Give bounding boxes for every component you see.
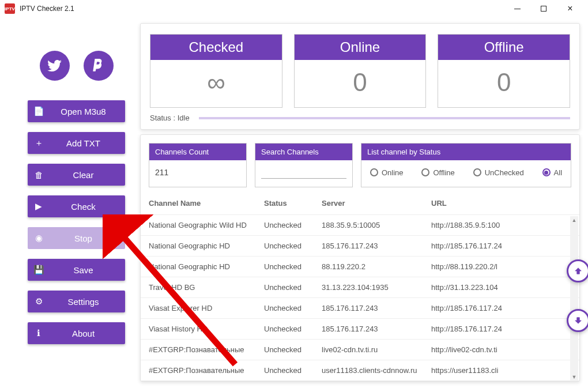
radio-unchecked[interactable]: UnChecked bbox=[473, 168, 524, 177]
info-icon: ℹ bbox=[28, 328, 50, 338]
scroll-bottom-button[interactable] bbox=[567, 309, 588, 332]
table-row[interactable]: National Geographic HDUnchecked185.176.1… bbox=[141, 236, 579, 257]
radio-offline-label: Offline bbox=[433, 168, 454, 177]
main-panel: Checked ∞ Online 0 Offline 0 Status : Id… bbox=[135, 17, 588, 392]
cell-name: Viasat History HD bbox=[141, 319, 256, 340]
table-row[interactable]: Viasat Explorer HDUnchecked185.176.117.2… bbox=[141, 298, 579, 319]
cell-server: 88.119.220.2 bbox=[314, 257, 423, 277]
cell-url: http://88.119.220.2/l bbox=[423, 257, 579, 277]
plus-icon: ＋ bbox=[28, 138, 50, 149]
window-title: IPTV Checker 2.1 bbox=[20, 5, 74, 13]
stat-checked-label: Checked bbox=[150, 35, 282, 60]
stat-online-value: 0 bbox=[295, 60, 426, 107]
channels-count-value: 211 bbox=[155, 168, 168, 177]
twitter-icon[interactable] bbox=[40, 51, 70, 81]
stat-online: Online 0 bbox=[294, 34, 427, 108]
table-row[interactable]: #EXTGRP:ПознавательныеUncheckedlive02-cd… bbox=[141, 340, 579, 360]
cell-url: http://31.13.223.104 bbox=[423, 277, 579, 298]
file-icon: 📄 bbox=[28, 106, 50, 116]
radio-all[interactable]: All bbox=[542, 168, 562, 177]
search-channels-label: Search Channels bbox=[255, 144, 352, 160]
col-status[interactable]: Status bbox=[256, 193, 314, 215]
search-input[interactable] bbox=[261, 167, 346, 179]
cell-url: https://user11183.cli bbox=[423, 360, 579, 381]
app-icon: IPTV bbox=[5, 3, 15, 14]
check-button[interactable]: ▶ Check bbox=[28, 195, 125, 217]
cell-url: http://188.35.9.5:100 bbox=[423, 215, 579, 236]
cell-name: Travel HD BG bbox=[141, 277, 256, 298]
save-icon: 💾 bbox=[28, 265, 50, 275]
col-channel-name[interactable]: Channel Name bbox=[141, 193, 256, 215]
about-button[interactable]: ℹ About bbox=[28, 322, 125, 344]
scroll-top-button[interactable] bbox=[567, 259, 588, 282]
radio-online[interactable]: Online bbox=[370, 168, 404, 177]
maximize-button[interactable] bbox=[530, 0, 557, 17]
add-txt-button[interactable]: ＋ Add TXT bbox=[28, 132, 125, 154]
cell-server: 188.35.9.5:10005 bbox=[314, 215, 423, 236]
cell-name: National Geographic Wild HD bbox=[141, 215, 256, 236]
open-m3u8-button[interactable]: 📄 Open M3u8 bbox=[28, 100, 125, 122]
status-filter-label: List channel by Status bbox=[361, 144, 571, 160]
table-row[interactable]: National Geographic Wild HDUnchecked188.… bbox=[141, 215, 579, 236]
cell-status: Unchecked bbox=[256, 236, 314, 257]
channels-table: Channel Name Status Server URL National … bbox=[141, 193, 579, 381]
channels-table-wrap: Channel Name Status Server URL National … bbox=[141, 193, 579, 381]
col-server[interactable]: Server bbox=[314, 193, 423, 215]
status-filter-box: List channel by Status Online Offline Un… bbox=[361, 143, 571, 187]
cell-url: http://185.176.117.24 bbox=[423, 298, 579, 319]
cell-server: 185.176.117.243 bbox=[314, 236, 423, 257]
sidebar: 📄 Open M3u8 ＋ Add TXT 🗑 Clear ▶ Check ◉ … bbox=[0, 17, 135, 392]
filter-card: Channels Count 211 Search Channels List … bbox=[140, 134, 580, 382]
save-label: Save bbox=[50, 265, 125, 275]
stat-offline-value: 0 bbox=[438, 60, 570, 107]
save-button[interactable]: 💾 Save bbox=[28, 259, 125, 281]
stat-online-label: Online bbox=[295, 35, 426, 60]
scroll-up-icon[interactable]: ▲ bbox=[570, 216, 578, 224]
col-url[interactable]: URL bbox=[423, 193, 579, 215]
close-button[interactable]: × bbox=[557, 0, 583, 17]
clear-button[interactable]: 🗑 Clear bbox=[28, 164, 125, 186]
cell-status: Unchecked bbox=[256, 360, 314, 381]
stats-card: Checked ∞ Online 0 Offline 0 Status : Id… bbox=[140, 23, 580, 130]
radio-unchecked-label: UnChecked bbox=[485, 168, 524, 177]
table-row[interactable]: Travel HD BGUnchecked31.13.223.104:1935h… bbox=[141, 277, 579, 298]
cell-status: Unchecked bbox=[256, 298, 314, 319]
cell-url: http://185.176.117.24 bbox=[423, 319, 579, 340]
gear-icon: ⚙ bbox=[28, 296, 50, 307]
channels-count-box: Channels Count 211 bbox=[149, 143, 247, 187]
add-txt-label: Add TXT bbox=[50, 138, 125, 148]
radio-online-label: Online bbox=[382, 168, 404, 177]
cell-status: Unchecked bbox=[256, 215, 314, 236]
channels-count-label: Channels Count bbox=[149, 144, 246, 160]
stat-checked-value: ∞ bbox=[150, 60, 282, 107]
open-m3u8-label: Open M3u8 bbox=[50, 107, 125, 116]
stop-label: Stop bbox=[50, 233, 125, 243]
cell-name: National Geographic HD bbox=[141, 236, 256, 257]
cell-server: user11183.clients-cdnnow.ru bbox=[314, 360, 423, 381]
check-label: Check bbox=[50, 202, 125, 212]
stop-icon: ◉ bbox=[28, 233, 50, 243]
stop-button[interactable]: ◉ Stop bbox=[28, 227, 125, 249]
cell-server: 31.13.223.104:1935 bbox=[314, 277, 423, 298]
cell-url: http://live02-cdn.tv.ti bbox=[423, 340, 579, 360]
settings-button[interactable]: ⚙ Settings bbox=[28, 291, 125, 312]
paypal-icon[interactable] bbox=[84, 51, 114, 81]
scroll-down-icon[interactable]: ▼ bbox=[570, 373, 578, 381]
cell-name: National Geographic HD bbox=[141, 257, 256, 277]
minimize-button[interactable] bbox=[504, 0, 530, 17]
cell-name: Viasat Explorer HD bbox=[141, 298, 256, 319]
table-row[interactable]: National Geographic HDUnchecked88.119.22… bbox=[141, 257, 579, 277]
cell-status: Unchecked bbox=[256, 257, 314, 277]
status-text: Status : Idle bbox=[150, 114, 190, 122]
stat-checked: Checked ∞ bbox=[150, 34, 282, 108]
cell-name: #EXTGRP:Познавательные bbox=[141, 360, 256, 381]
stat-offline: Offline 0 bbox=[438, 34, 570, 108]
cell-status: Unchecked bbox=[256, 319, 314, 340]
radio-offline[interactable]: Offline bbox=[421, 168, 454, 177]
search-channels-box: Search Channels bbox=[255, 143, 353, 187]
cell-status: Unchecked bbox=[256, 277, 314, 298]
cell-server: 185.176.117.243 bbox=[314, 319, 423, 340]
table-row[interactable]: #EXTGRP:ПознавательныеUncheckeduser11183… bbox=[141, 360, 579, 381]
table-row[interactable]: Viasat History HDUnchecked185.176.117.24… bbox=[141, 319, 579, 340]
about-label: About bbox=[50, 329, 125, 338]
